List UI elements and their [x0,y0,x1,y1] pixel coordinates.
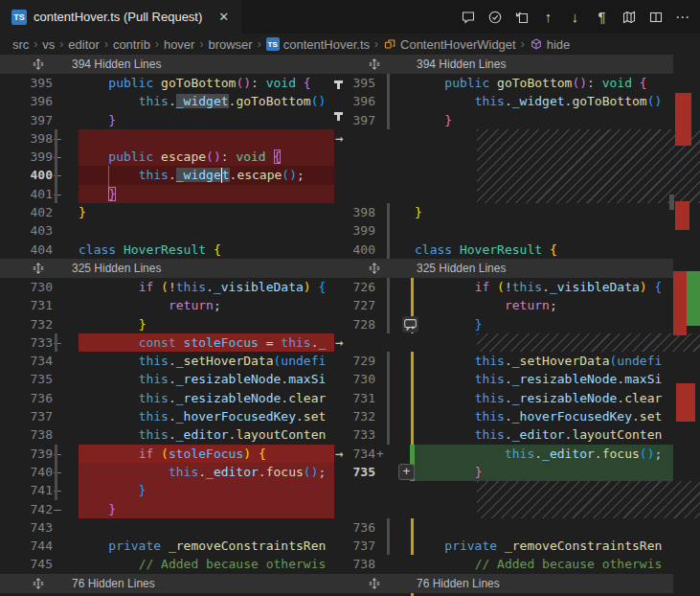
scrollbar-slider[interactable] [669,195,674,210]
code-line-730[interactable]: 730 if (!this._visibleData) { [0,278,350,296]
line-number[interactable]: 731 [350,389,375,407]
hidden-lines-header[interactable]: 394 Hidden Lines [0,55,350,74]
code-line-737[interactable]: 737 this._hoverFocusedKey.set [0,407,350,425]
code-line-739[interactable]: 739– if (stoleFocus) {→ [0,445,350,463]
line-number[interactable]: 400 [350,241,375,259]
line-number[interactable]: 744 [0,537,53,555]
line-number[interactable]: 730 [350,370,375,388]
open-changes-icon[interactable] [512,7,531,28]
code-line-402[interactable]: 402} [0,203,350,221]
code-line-741[interactable]: 741– } [0,481,350,499]
code-line-740[interactable]: 740– this._editor.focus(); [0,463,350,481]
line-number[interactable]: 738 [350,555,375,573]
code-text[interactable]: if (!this._visibleData) { [415,278,673,296]
code-text[interactable]: this._resizableNode.maxSi [415,370,673,388]
code-line-733[interactable]: 733– const stoleFocus = this._→ [0,333,350,352]
line-number[interactable]: 737 [350,537,375,555]
line-number[interactable]: 736 [0,389,53,407]
line-number[interactable]: 733 [350,425,375,444]
line-number[interactable]: 727 [350,296,375,314]
code-line-396[interactable]: 396 this._widget.goToBottom() [350,92,700,110]
code-line-735[interactable]: 735 this._resizableNode.maxSi [0,370,350,388]
line-number[interactable]: 730 [0,278,53,296]
code-text[interactable]: this._hoverFocusedKey.set [415,407,673,425]
revert-change-arrow-icon[interactable]: → [335,129,343,148]
breadcrumb-item-hide[interactable]: hide [530,37,571,52]
line-number[interactable]: 726 [350,278,375,296]
breadcrumb-item-contenthoverwidget[interactable]: ContentHoverWidget [383,37,516,52]
code-line-395[interactable]: 395 public goToBottom(): void { [350,74,700,92]
code-text[interactable]: class HoverResult { [79,241,334,259]
code-line-738[interactable]: 738 // Added because otherwis [350,555,700,573]
split-editor-icon[interactable] [646,7,665,28]
code-line-726[interactable]: 726 if (!this._visibleData) { [350,278,700,296]
line-number[interactable]: 735 [0,370,53,388]
code-line-737[interactable]: 737 private _removeConstraintsRen [350,537,700,555]
code-text[interactable] [79,129,334,148]
code-text[interactable]: public goToBottom(): void { [415,74,673,92]
line-number[interactable]: 741 [0,481,53,499]
code-line-400[interactable]: 400class HoverResult { [350,241,700,259]
breadcrumb-item-vs[interactable]: vs [42,37,55,52]
code-text[interactable]: public escape(): void { [79,148,334,166]
breadcrumb-item-browser[interactable]: browser [208,37,252,52]
code-line-731[interactable]: 731 this._resizableNode.clear [350,389,700,407]
code-line-397[interactable]: 397 } [350,111,700,129]
code-text[interactable] [79,221,334,240]
previous-change-arrow-up-icon[interactable]: ↑ [539,7,557,28]
check-circle-icon[interactable] [485,7,504,28]
line-number[interactable]: 732 [350,407,375,425]
breadcrumb-item-contrib[interactable]: contrib [113,37,150,52]
hidden-lines-header[interactable]: 76 Hidden Lines [350,574,673,593]
code-line-732[interactable]: 732 this._hoverFocusedKey.set [350,407,700,425]
unfold-icon[interactable] [32,262,45,275]
code-text[interactable]: this._editor.focus(); [415,445,673,463]
code-text[interactable]: return; [79,296,334,314]
code-line-745[interactable]: 745 // Added because otherwis [0,555,350,573]
line-number[interactable]: 395 [350,74,375,92]
line-number[interactable]: 736 [350,518,375,537]
code-line-733[interactable]: 733 this._editor.layoutConten [350,425,700,444]
code-text[interactable]: this._widget.escape(); [79,166,334,184]
breadcrumb-item-contenthover-ts[interactable]: TScontentHover.ts [266,37,370,52]
hidden-lines-header[interactable]: 76 Hidden Lines [0,574,350,593]
unfold-icon[interactable] [368,577,381,590]
code-line-400[interactable]: 400– this._widget.escape(); [0,166,350,184]
line-number[interactable]: 734 [0,352,53,370]
code-text[interactable]: this._hoverFocusedKey.set [79,407,334,425]
code-text[interactable]: private _removeConstraintsRen [79,537,334,555]
hidden-lines-header[interactable]: 325 Hidden Lines [350,259,673,278]
code-text[interactable]: this._setHoverData(undefi [79,352,334,370]
tab-contenthover-pull-request[interactable]: TS contentHover.ts (Pull Request) ✕ [0,0,241,34]
unfold-icon[interactable] [368,57,381,71]
code-line-403[interactable]: 403 [0,221,350,240]
code-text[interactable]: // Added because otherwis [79,555,334,573]
line-number[interactable]: 740 [0,463,53,481]
code-text[interactable]: if (stoleFocus) { [79,445,334,463]
code-text[interactable]: public goToBottom(): void { [79,74,334,92]
code-text[interactable]: this._resizableNode.clear [415,389,673,407]
code-text[interactable]: this._editor.layoutConten [79,425,334,444]
pilcrow-icon[interactable]: ¶ [593,7,611,28]
more-actions-icon[interactable]: ⋯ [673,7,691,28]
unfold-icon[interactable] [32,57,45,71]
revert-change-arrow-icon[interactable]: → [335,445,343,463]
hidden-lines-header[interactable]: 394 Hidden Lines [350,55,673,74]
line-number[interactable]: 737 [0,407,53,425]
line-number[interactable]: 729 [350,352,375,370]
line-number[interactable]: 399 [0,148,53,166]
code-text[interactable]: } [79,500,334,518]
line-number[interactable]: 735 [350,463,375,481]
line-number[interactable]: 396 [0,92,53,110]
line-number[interactable]: 397 [0,111,53,129]
code-text[interactable]: if (!this._visibleData) { [79,278,334,296]
line-number[interactable]: 400 [0,166,53,184]
line-number[interactable]: 404 [0,241,53,259]
breadcrumb-item-src[interactable]: src [12,37,29,52]
code-text[interactable]: this._setHoverData(undefi [415,352,673,370]
code-line-395[interactable]: 395 public goToBottom(): void { [0,74,350,92]
code-line-738[interactable]: 738 this._editor.layoutConten [0,425,350,444]
code-line-732[interactable]: 732 } [0,315,350,333]
code-text[interactable]: this._editor.focus(); [79,463,334,481]
line-number[interactable]: 402 [0,203,53,221]
